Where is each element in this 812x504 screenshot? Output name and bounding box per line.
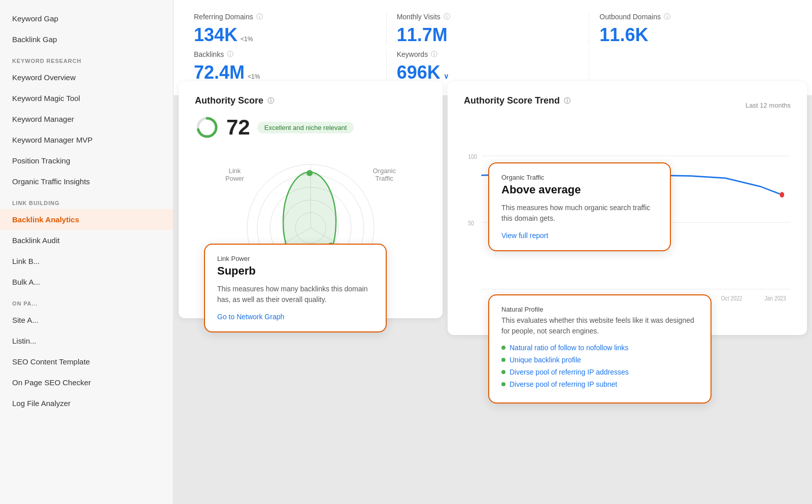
stat-keywords: Keywords ⓘ 696K ∨ — [386, 50, 589, 83]
view-full-report-link[interactable]: View full report — [501, 231, 548, 240]
keywords-chevron-icon[interactable]: ∨ — [444, 72, 449, 80]
organic-traffic-section-label: Organic Traffic — [501, 174, 658, 181]
referring-domains-info-icon[interactable]: ⓘ — [256, 12, 263, 21]
sidebar: Keyword Gap Backlink Gap KEYWORD RESEARC… — [0, 0, 174, 504]
svg-text:Oct 2022: Oct 2022 — [721, 294, 742, 301]
sidebar-item-keyword-overview[interactable]: Keyword Overview — [0, 67, 173, 88]
dot-icon — [501, 382, 505, 386]
sidebar-section-keyword-research: KEYWORD RESEARCH — [0, 50, 173, 67]
dot-icon — [501, 370, 505, 374]
radar-label-organic-traffic: OrganicTraffic — [373, 167, 396, 182]
sidebar-item-backlink-audit[interactable]: Backlink Audit — [0, 230, 173, 251]
score-badge: Excellent and niche relevant — [257, 122, 354, 133]
keywords-info-icon[interactable]: ⓘ — [431, 50, 437, 59]
svg-text:50: 50 — [468, 219, 475, 226]
stat-backlinks: Backlinks ⓘ 72.4M <1% — [194, 50, 386, 83]
radar-label-link-power: LinkPower — [225, 167, 244, 182]
sidebar-section-link-building: LINK BUILDING — [0, 192, 173, 209]
stat-referring-domains: Referring Domains ⓘ 134K <1% — [194, 12, 386, 46]
sidebar-item-keyword-gap[interactable]: Keyword Gap — [0, 8, 173, 29]
natural-profile-section-label: Natural Profile — [501, 306, 698, 313]
monthly-visits-info-icon[interactable]: ⓘ — [444, 12, 450, 21]
trend-period: Last 12 months — [746, 102, 791, 109]
stat-placeholder — [589, 50, 792, 83]
sidebar-item-link-b[interactable]: Link B... — [0, 251, 173, 272]
sidebar-item-site-a[interactable]: Site A... — [0, 310, 173, 330]
trend-info-icon[interactable]: ⓘ — [564, 96, 570, 106]
dot-icon — [501, 346, 505, 350]
natural-profile-desc: This evaluates whether this website feel… — [501, 315, 698, 337]
authority-score-info-icon[interactable]: ⓘ — [267, 96, 274, 106]
main-content: Referring Domains ⓘ 134K <1% Monthly Vis… — [174, 0, 812, 504]
natural-profile-tooltip: Natural Profile This evaluates whether t… — [488, 294, 712, 404]
sidebar-item-keyword-magic-tool[interactable]: Keyword Magic Tool — [0, 88, 173, 109]
natural-profile-item-1[interactable]: Natural ratio of follow to nofollow link… — [501, 344, 698, 352]
organic-traffic-title: Above average — [501, 183, 658, 196]
svg-text:Jan 2023: Jan 2023 — [764, 294, 786, 301]
sidebar-item-position-tracking[interactable]: Position Tracking — [0, 150, 173, 171]
link-power-title: Superb — [217, 264, 374, 278]
stat-outbound-domains: Outbound Domains ⓘ 11.6K — [589, 12, 792, 46]
natural-profile-list: Natural ratio of follow to nofollow link… — [501, 344, 698, 388]
sidebar-section-on-page: ON PA... — [0, 292, 173, 310]
sidebar-item-bulk-a[interactable]: Bulk A... — [0, 272, 173, 292]
sidebar-item-log-file-analyzer[interactable]: Log File Analyzer — [0, 393, 173, 414]
sidebar-item-organic-traffic-insights[interactable]: Organic Traffic Insights — [0, 171, 173, 192]
sidebar-item-keyword-manager-mvp[interactable]: Keyword Manager MVP — [0, 129, 173, 150]
link-power-section-label: Link Power — [217, 255, 374, 262]
svg-text:100: 100 — [468, 152, 478, 159]
organic-traffic-desc: This measures how much organic search tr… — [501, 203, 658, 224]
sidebar-item-backlink-gap[interactable]: Backlink Gap — [0, 29, 173, 50]
link-power-tooltip: Link Power Superb This measures how many… — [204, 244, 387, 332]
sidebar-item-listin[interactable]: Listin... — [0, 330, 173, 351]
outbound-domains-info-icon[interactable]: ⓘ — [664, 12, 670, 21]
score-circle — [195, 115, 219, 140]
go-to-network-graph-link[interactable]: Go to Network Graph — [217, 313, 284, 321]
sidebar-item-seo-content-template[interactable]: SEO Content Template — [0, 351, 173, 372]
organic-traffic-tooltip: Organic Traffic Above average This measu… — [488, 162, 671, 251]
sidebar-item-keyword-manager[interactable]: Keyword Manager — [0, 109, 173, 129]
sidebar-item-backlink-analytics[interactable]: Backlink Analytics — [0, 209, 173, 230]
dot-icon — [501, 358, 505, 362]
natural-profile-item-4[interactable]: Diverse pool of referring IP subnet — [501, 380, 698, 388]
sidebar-item-on-page-seo-checker[interactable]: On Page SEO Checker — [0, 372, 173, 393]
stat-monthly-visits: Monthly Visits ⓘ 11.7M — [386, 12, 589, 46]
link-power-desc: This measures how many backlinks this do… — [217, 284, 374, 305]
natural-profile-item-2[interactable]: Unique backlink profile — [501, 356, 698, 364]
svg-point-11 — [307, 170, 313, 176]
backlinks-info-icon[interactable]: ⓘ — [227, 50, 233, 59]
natural-profile-item-3[interactable]: Diverse pool of referring IP addresses — [501, 368, 698, 376]
score-number: 72 — [226, 115, 250, 140]
svg-point-19 — [780, 192, 785, 197]
